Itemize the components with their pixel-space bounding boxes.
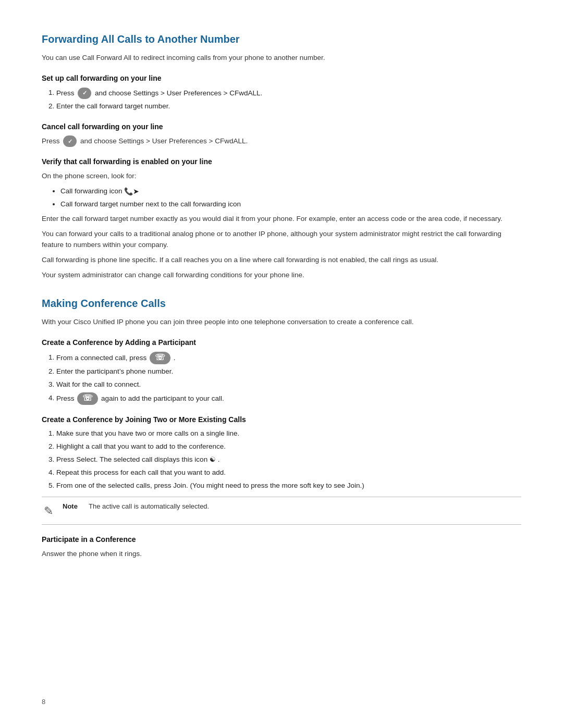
verify-bullet-2: Call forward target number next to the c… [60,199,521,210]
pencil-icon: ✎ [44,502,53,520]
page-number: 8 [42,697,45,707]
conference-button-1: ☏ [150,352,170,364]
note-label: Note [63,501,82,512]
add-step-4: Press ☏ again to add the participant to … [56,392,521,405]
call-forwarding-icon: 📞➤ [124,187,139,195]
verify-para3: Call forwarding is phone line specific. … [42,255,521,266]
add-step-1: From a connected call, press ☏ . [56,352,521,364]
note-block: ✎ Note The active call is automatically … [42,497,521,525]
join-step-4: Repeat this process for each call that y… [56,467,521,478]
selected-call-icon: ☯ [210,455,216,463]
section2-title: Making Conference Calls [42,295,521,312]
checkmark-button-2: ✓ [63,135,77,147]
verify-para4: Your system administrator can change cal… [42,270,521,281]
joining-heading: Create a Conference by Joining Two or Mo… [42,414,521,426]
verify-bullets: Call forwarding icon 📞➤ Call forward tar… [60,186,521,210]
section1-intro: You can use Call Forward All to redirect… [42,53,521,64]
setup-step-2: Enter the call forward target number. [56,101,521,112]
setup-step-1: Press ✓ and choose Settings > User Prefe… [56,88,521,99]
note-text: The active call is automatically selecte… [89,501,209,512]
setup-heading: Set up call forwarding on your line [42,73,521,84]
participate-text: Answer the phone when it rings. [42,549,521,560]
verify-heading: Verify that call forwarding is enabled o… [42,156,521,168]
section1-title: Forwarding All Calls to Another Number [42,31,521,47]
add-step-2: Enter the participant’s phone number. [56,366,521,377]
conference-icon-1: ☏ [155,351,165,364]
join-step-5: From one of the selected calls, press Jo… [56,480,521,491]
section2-intro: With your Cisco Unified IP phone you can… [42,317,521,328]
add-participant-heading: Create a Conference by Adding a Particip… [42,337,521,349]
add-participant-steps: From a connected call, press ☏ . Enter t… [56,352,521,405]
setup-steps: Press ✓ and choose Settings > User Prefe… [56,88,521,112]
verify-bullet-1: Call forwarding icon 📞➤ [60,186,521,198]
join-step-3: Press Select. The selected call displays… [56,454,521,465]
verify-para1: Enter the call forward target number exa… [42,214,521,225]
joining-steps: Make sure that you have two or more call… [56,428,521,491]
checkmark-button-1: ✓ [78,88,91,99]
conference-icon-2: ☏ [82,392,93,405]
cancel-text: Press ✓ and choose Settings > User Prefe… [42,135,521,147]
participate-heading: Participate in a Conference [42,534,521,546]
add-step-3: Wait for the call to connect. [56,379,521,390]
verify-para2: You can forward your calls to a traditio… [42,229,521,251]
join-step-1: Make sure that you have two or more call… [56,428,521,439]
join-step-2: Highlight a call that you want to add to… [56,441,521,452]
conference-button-2: ☏ [77,392,98,405]
cancel-heading: Cancel call forwarding on your line [42,121,521,133]
verify-intro: On the phone screen, look for: [42,171,521,182]
